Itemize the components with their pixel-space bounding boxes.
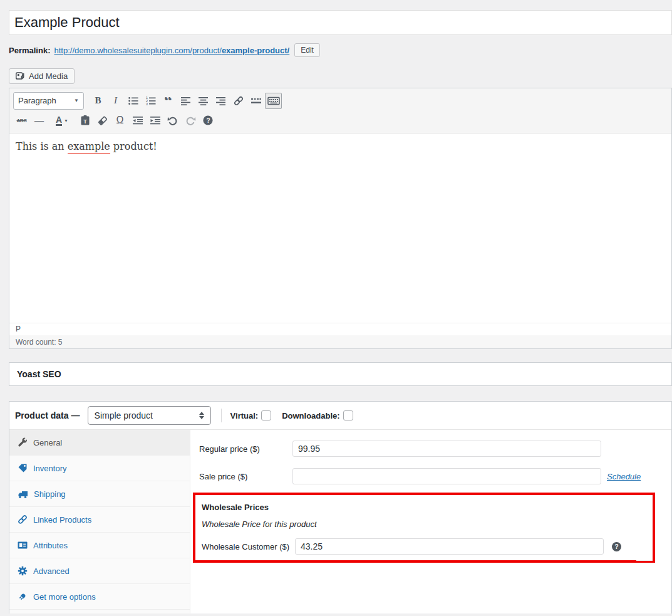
tab-get-more-options[interactable]: Get more options xyxy=(9,584,190,610)
increase-indent-icon xyxy=(150,115,161,126)
redo-icon xyxy=(185,115,196,126)
wholesale-customer-input[interactable] xyxy=(295,538,604,555)
plug-icon xyxy=(18,592,28,602)
add-media-button[interactable]: Add Media xyxy=(9,68,75,84)
regular-price-input[interactable] xyxy=(292,441,601,457)
product-type-select[interactable]: Simple product xyxy=(88,406,211,425)
toolbar-row-2: ABC — A ▼ T Ω xyxy=(13,111,668,130)
redo-button[interactable] xyxy=(182,112,199,128)
wrench-icon xyxy=(18,437,28,447)
read-more-tag-icon xyxy=(251,95,262,107)
eraser-icon xyxy=(97,115,108,126)
sale-price-row: Sale price ($) Schedule xyxy=(190,462,671,490)
italic-button[interactable]: I xyxy=(107,93,124,109)
sale-price-label: Sale price ($) xyxy=(199,472,292,481)
product-data-header: Product data — Simple product Virtual: D… xyxy=(9,402,671,430)
product-data-body: General Inventory Shipping Linked Produc… xyxy=(9,430,671,613)
align-right-button[interactable] xyxy=(212,93,229,109)
product-data-panel: Product data — Simple product Virtual: D… xyxy=(9,401,672,613)
help-tip-icon[interactable]: ? xyxy=(612,542,621,551)
yoast-seo-panel[interactable]: Yoast SEO xyxy=(9,362,672,386)
numbered-list-button[interactable]: 123 xyxy=(142,93,159,109)
virtual-label: Virtual: xyxy=(230,411,259,420)
product-data-title: Product data xyxy=(15,410,69,420)
permalink-link[interactable]: http://demo.wholesalesuiteplugin.com/pro… xyxy=(54,46,289,55)
paragraph-format-select[interactable]: Paragraph ▼ xyxy=(13,92,84,110)
paste-as-text-icon: T xyxy=(80,115,91,126)
permalink-label: Permalink: xyxy=(9,46,50,55)
wholesale-customer-label: Wholesale Customer ($) xyxy=(202,542,295,551)
toolbar-toggle-button[interactable] xyxy=(265,93,282,109)
add-media-icon xyxy=(16,71,25,81)
numbered-list-icon: 123 xyxy=(145,95,157,107)
divider xyxy=(636,560,653,561)
yoast-seo-title: Yoast SEO xyxy=(17,369,61,379)
align-left-button[interactable] xyxy=(177,93,194,109)
svg-text:T: T xyxy=(83,118,87,125)
downloadable-label: Downloadable: xyxy=(282,411,339,420)
truck-icon xyxy=(18,489,28,499)
read-more-tag-button[interactable] xyxy=(247,93,264,109)
product-title-input[interactable] xyxy=(9,10,672,35)
chevron-down-icon: ▼ xyxy=(74,98,79,103)
text-color-icon: A xyxy=(56,115,62,126)
decrease-indent-icon xyxy=(132,115,143,126)
card-icon xyxy=(18,540,28,550)
insert-link-button[interactable] xyxy=(230,93,247,109)
permalink: Permalink: http://demo.wholesalesuiteplu… xyxy=(9,43,672,57)
text-color-button[interactable]: A ▼ xyxy=(48,112,76,128)
regular-price-row: Regular price ($) xyxy=(190,435,671,462)
toolbar-row-1: Paragraph ▼ B I 123 “ xyxy=(13,90,668,111)
align-left-icon xyxy=(180,95,192,107)
select-arrows-icon xyxy=(199,412,204,419)
horizontal-rule-button[interactable]: — xyxy=(31,112,48,128)
align-center-button[interactable] xyxy=(195,93,212,109)
help-button[interactable]: ? xyxy=(199,112,216,128)
decrease-indent-button[interactable] xyxy=(129,112,146,128)
tab-inventory[interactable]: Inventory xyxy=(9,456,190,481)
wholesale-customer-row: Wholesale Customer ($) ? xyxy=(199,533,653,560)
wholesale-prices-subtitle: Wholesale Price for this product xyxy=(202,519,653,529)
tab-attributes[interactable]: Attributes xyxy=(9,533,190,558)
tab-linked-products[interactable]: Linked Products xyxy=(9,507,190,533)
media-buttons: Add Media xyxy=(9,68,672,84)
insert-link-icon xyxy=(233,95,244,107)
gear-icon xyxy=(18,566,28,576)
product-data-tabs: General Inventory Shipping Linked Produc… xyxy=(9,430,190,613)
bulleted-list-icon xyxy=(128,95,139,107)
regular-price-label: Regular price ($) xyxy=(199,444,292,454)
svg-text:?: ? xyxy=(206,117,210,124)
align-center-icon xyxy=(198,95,209,107)
misspelled-word: example xyxy=(68,140,110,154)
divider xyxy=(221,409,222,422)
clear-formatting-button[interactable] xyxy=(94,112,111,128)
editor-content-area[interactable]: This is an example product! xyxy=(9,133,671,323)
title-section xyxy=(9,10,672,35)
tab-general[interactable]: General xyxy=(9,430,190,456)
link-icon xyxy=(18,514,28,525)
schedule-link[interactable]: Schedule xyxy=(607,472,641,481)
toolbar-toggle-icon xyxy=(267,95,280,107)
edit-permalink-button[interactable]: Edit xyxy=(294,43,320,57)
product-data-content: Regular price ($) Sale price ($) Schedul… xyxy=(190,430,671,613)
help-icon: ? xyxy=(202,115,214,126)
virtual-checkbox[interactable] xyxy=(261,410,271,420)
downloadable-checkbox[interactable] xyxy=(343,410,353,420)
bulleted-list-button[interactable] xyxy=(125,93,142,109)
paste-as-text-button[interactable]: T xyxy=(76,112,93,128)
undo-icon xyxy=(167,115,178,126)
sale-price-input[interactable] xyxy=(292,468,601,484)
svg-text:3: 3 xyxy=(145,102,148,106)
special-character-button[interactable]: Ω xyxy=(111,112,128,128)
chevron-down-icon: ▼ xyxy=(64,118,68,123)
blockquote-button[interactable]: “ xyxy=(160,97,177,105)
editor-element-path[interactable]: P xyxy=(9,323,671,335)
align-right-icon xyxy=(215,95,227,107)
tab-shipping[interactable]: Shipping xyxy=(9,481,190,507)
strikethrough-button[interactable]: ABC xyxy=(13,112,30,128)
undo-button[interactable] xyxy=(164,112,181,128)
bold-button[interactable]: B xyxy=(90,93,106,109)
tab-advanced[interactable]: Advanced xyxy=(9,558,190,584)
word-count: Word count: 5 xyxy=(9,335,671,348)
increase-indent-button[interactable] xyxy=(147,112,163,128)
